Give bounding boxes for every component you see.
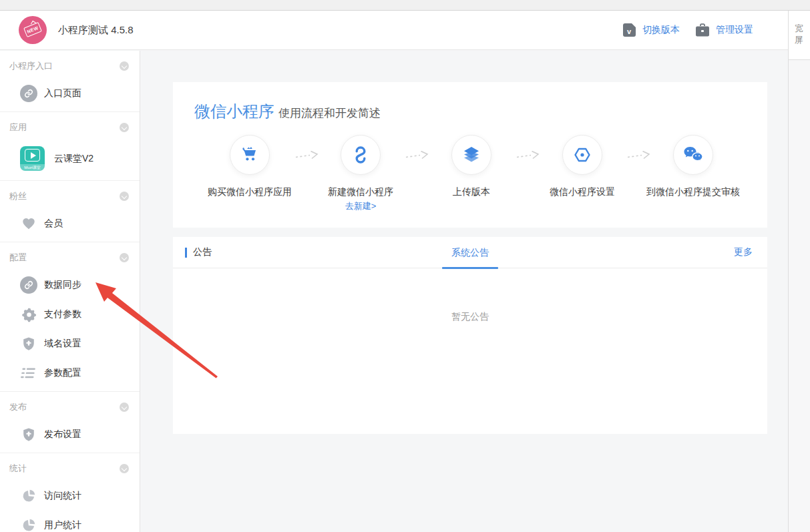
header-actions: v 切换版本 管理设置 [622, 23, 753, 37]
flow-step-label: 新建微信小程序 [328, 186, 393, 198]
sidebar-item-payment-params[interactable]: 支付参数 [0, 306, 140, 323]
sidebar-section-header[interactable]: 应用 [0, 121, 140, 134]
sidebar-item-label: 访问统计 [44, 490, 81, 502]
list-icon [20, 364, 37, 382]
flow-steps: 购买微信小程序应用 新建微信小程序 去新建> 上传版本 微信小程序设置 [194, 135, 749, 212]
more-link[interactable]: 更多 [734, 246, 753, 258]
sidebar-section-label: 小程序入口 [9, 60, 53, 72]
sidebar-section-publish: 发布 发布设置 [0, 392, 140, 453]
widescreen-char: 宽 [795, 23, 810, 34]
widescreen-char: 屏 [795, 34, 810, 45]
flow-step-label: 购买微信小程序应用 [208, 186, 292, 198]
sidebar-section-header[interactable]: 发布 [0, 401, 140, 414]
app-title: 小程序测试 4.5.8 [58, 24, 134, 37]
miniprogram-icon [341, 135, 381, 175]
sidebar-section-label: 粉丝 [9, 190, 27, 202]
sidebar-item-label: 会员 [44, 218, 63, 230]
layers-icon [451, 135, 491, 175]
brand: NEW 小程序测试 4.5.8 [19, 16, 134, 44]
sidebar: 小程序入口 入口页面 应用 Muzi课堂 云课堂V2 粉丝 [0, 51, 140, 532]
sidebar-section-header[interactable]: 统计 [0, 462, 140, 475]
sidebar-section-header[interactable]: 粉丝 [0, 190, 140, 203]
flow-step-submit: 到微信小程序提交审核 [638, 135, 749, 212]
sidebar-item-publish-settings[interactable]: 发布设置 [0, 426, 140, 443]
main-content: 微信小程序 使用流程和开发简述 购买微信小程序应用 新建微信小程序 去新建> [140, 51, 788, 532]
sidebar-item-user-stats[interactable]: 用户统计 [0, 517, 140, 532]
sidebar-section-label: 统计 [9, 463, 27, 475]
sidebar-item-label: 数据同步 [44, 279, 81, 291]
briefcase-icon [695, 23, 710, 37]
notice-body: 暂无公告 [173, 311, 767, 323]
sidebar-section-label: 发布 [9, 401, 27, 413]
cart-icon [230, 135, 270, 175]
sidebar-section-header[interactable]: 小程序入口 [0, 59, 140, 73]
sidebar-section-entry: 小程序入口 入口页面 [0, 51, 140, 112]
dashed-arrow-icon [405, 149, 430, 161]
sidebar-item-label: 域名设置 [44, 338, 81, 350]
sidebar-item-label: 参数配置 [44, 367, 81, 379]
sidebar-item-data-sync[interactable]: 数据同步 [0, 276, 140, 294]
sidebar-item-visit-stats[interactable]: 访问统计 [0, 487, 140, 505]
chevron-down-icon[interactable] [120, 253, 129, 262]
version-icon: v [622, 23, 636, 37]
shield-icon [20, 426, 37, 443]
flow-title-highlight: 微信小程序 [194, 101, 274, 122]
sidebar-item-label: 入口页面 [44, 87, 81, 99]
flow-step-create: 新建微信小程序 去新建> [305, 135, 416, 212]
hexagon-settings-icon [562, 135, 602, 175]
sidebar-section-label: 应用 [9, 121, 27, 134]
flow-step-label: 上传版本 [453, 186, 490, 198]
flow-step-upload: 上传版本 [416, 135, 527, 212]
shield-icon [20, 335, 37, 352]
sidebar-section-label: 配置 [9, 252, 27, 264]
chevron-down-icon[interactable] [120, 61, 129, 71]
sidebar-section-fans: 粉丝 会员 [0, 181, 140, 242]
heart-icon [20, 215, 37, 232]
notice-header: 公告 系统公告 更多 [173, 237, 767, 268]
flow-card: 微信小程序 使用流程和开发简述 购买微信小程序应用 新建微信小程序 去新建> [173, 82, 767, 228]
flow-step-label: 微信小程序设置 [550, 186, 615, 198]
notice-title: 公告 [193, 246, 212, 258]
accent-bar [185, 248, 187, 258]
app-header: NEW 小程序测试 4.5.8 v 切换版本 管理设置 [0, 11, 788, 50]
widescreen-toggle[interactable]: 宽 屏 [789, 11, 810, 60]
sidebar-section-config: 配置 数据同步 支付参数 域名设置 参数配置 [0, 242, 140, 392]
chevron-down-icon[interactable] [120, 123, 129, 132]
link-icon [20, 85, 37, 102]
pie-chart-icon [20, 517, 37, 532]
tab-system-notice[interactable]: 系统公告 [451, 237, 489, 268]
flow-card-title: 微信小程序 使用流程和开发简述 [194, 101, 749, 122]
switch-version-link[interactable]: 切换版本 [642, 24, 680, 36]
go-create-link[interactable]: 去新建> [345, 200, 377, 212]
sidebar-item-entry-page[interactable]: 入口页面 [0, 85, 140, 102]
new-tag-icon: NEW [23, 22, 42, 37]
dashed-arrow-icon [516, 149, 541, 161]
admin-settings-link[interactable]: 管理设置 [716, 24, 753, 36]
dashed-arrow-icon [294, 149, 320, 161]
flow-step-settings: 微信小程序设置 [527, 135, 638, 212]
flow-step-label: 到微信小程序提交审核 [646, 186, 740, 198]
sidebar-item-label: 用户统计 [44, 519, 81, 531]
app-tile-icon: Muzi课堂 [20, 146, 45, 171]
pie-chart-icon [20, 487, 37, 505]
sidebar-item-label: 发布设置 [44, 429, 81, 441]
sidebar-item-members[interactable]: 会员 [0, 215, 140, 232]
sidebar-item-label: 支付参数 [44, 308, 81, 320]
empty-state-text: 暂无公告 [173, 311, 767, 323]
sidebar-item-label: 云课堂V2 [54, 153, 93, 165]
sidebar-item-domain-settings[interactable]: 域名设置 [0, 335, 140, 352]
chevron-down-icon[interactable] [120, 192, 129, 201]
right-edge-panel: 宽 屏 [788, 11, 810, 532]
browser-strip [0, 0, 810, 11]
notice-card: 公告 系统公告 更多 暂无公告 [173, 237, 767, 434]
gear-icon [20, 306, 37, 323]
sidebar-item-cloud-classroom[interactable]: Muzi课堂 云课堂V2 [0, 146, 140, 171]
sidebar-section-header[interactable]: 配置 [0, 251, 140, 264]
chevron-down-icon[interactable] [120, 464, 129, 473]
sidebar-section-apps: 应用 Muzi课堂 云课堂V2 [0, 112, 140, 181]
flow-step-buy: 购买微信小程序应用 [194, 135, 305, 212]
wechat-icon [673, 135, 713, 175]
chevron-down-icon[interactable] [120, 403, 129, 412]
sidebar-section-stats: 统计 访问统计 用户统计 [0, 453, 140, 532]
sidebar-item-param-config[interactable]: 参数配置 [0, 364, 140, 382]
